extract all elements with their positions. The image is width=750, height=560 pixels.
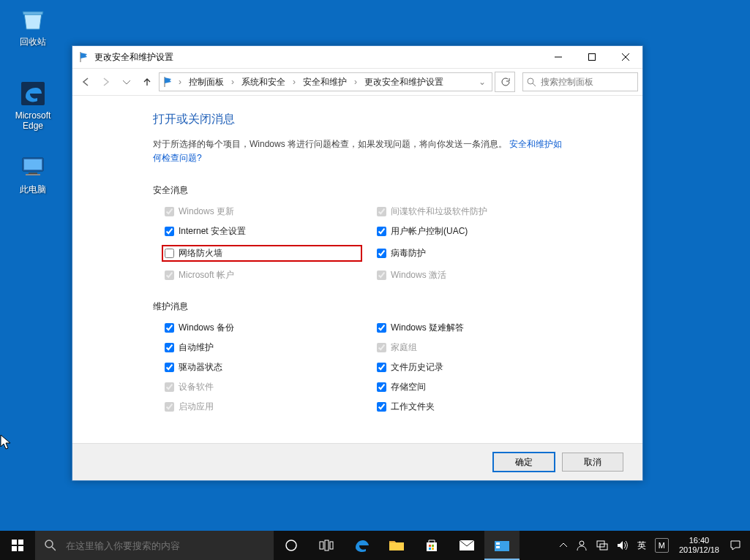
- tray-volume[interactable]: [612, 531, 633, 560]
- this-pc[interactable]: 此电脑: [7, 152, 59, 196]
- titlebar[interactable]: 更改安全和维护设置: [72, 46, 642, 68]
- svg-rect-9: [12, 546, 17, 551]
- taskbar-search-input[interactable]: [64, 540, 265, 552]
- chk-uac[interactable]: 用户帐户控制(UAC): [377, 225, 574, 238]
- chk-internet-security[interactable]: Internet 安全设置: [165, 225, 362, 238]
- forward-button[interactable]: [97, 73, 115, 91]
- chevron-right-icon: ›: [228, 76, 237, 88]
- taskbar-controlpanel[interactable]: [484, 531, 520, 560]
- tray-action-center[interactable]: [725, 531, 746, 560]
- edge-icon: [353, 537, 370, 553]
- taskbar-search[interactable]: [35, 531, 274, 560]
- crumb-1[interactable]: 控制面板: [186, 75, 227, 89]
- chk-device-software: 设备软件: [165, 381, 362, 393]
- svg-rect-17: [432, 545, 434, 547]
- people-icon: [576, 540, 588, 551]
- tray-ime1[interactable]: 英: [633, 531, 650, 560]
- flag-icon: [78, 51, 90, 63]
- tray-network[interactable]: [592, 531, 612, 560]
- maximize-button[interactable]: [575, 46, 609, 68]
- svg-rect-18: [429, 548, 431, 550]
- chevron-down-icon[interactable]: ⌄: [476, 76, 489, 88]
- recent-button[interactable]: [118, 73, 135, 91]
- chk-troubleshoot[interactable]: Windows 疑难解答: [377, 322, 574, 334]
- svg-rect-14: [325, 540, 329, 550]
- taskbar-mail[interactable]: [449, 531, 484, 560]
- taskview-button[interactable]: [309, 531, 344, 560]
- tray-overflow[interactable]: [555, 531, 571, 560]
- folder-icon: [389, 539, 405, 552]
- search-box[interactable]: 搜索控制面板: [522, 72, 638, 91]
- back-button[interactable]: [77, 73, 94, 91]
- crumb-3[interactable]: 安全和维护: [300, 75, 350, 89]
- svg-point-24: [580, 541, 584, 545]
- tray-ime2[interactable]: M: [650, 531, 673, 560]
- tray-clock[interactable]: 16:40 2019/12/18: [673, 536, 725, 555]
- edge-shortcut[interactable]: Microsoft Edge: [7, 79, 59, 131]
- chk-drive-status[interactable]: 驱动器状态: [165, 361, 362, 374]
- cancel-button[interactable]: 取消: [562, 453, 623, 472]
- svg-point-11: [45, 540, 53, 548]
- chevron-right-icon: ›: [290, 76, 299, 88]
- chevron-right-icon: ›: [176, 76, 184, 88]
- up-button[interactable]: [138, 73, 156, 91]
- network-icon: [596, 540, 608, 550]
- svg-rect-13: [320, 542, 323, 549]
- taskbar-explorer[interactable]: [379, 531, 414, 560]
- firewall-highlight: 网络防火墙: [162, 245, 362, 262]
- refresh-button[interactable]: [495, 72, 515, 92]
- svg-rect-10: [18, 546, 23, 551]
- edge-label-1: Microsoft: [7, 110, 59, 121]
- chk-storage[interactable]: 存储空间: [377, 381, 574, 393]
- tray-time: 16:40: [689, 536, 710, 545]
- ok-button[interactable]: 确定: [493, 453, 555, 472]
- page-heading: 打开或关闭消息: [153, 112, 619, 127]
- chk-backup[interactable]: Windows 备份: [165, 322, 362, 334]
- svg-rect-19: [432, 548, 434, 550]
- tray-people[interactable]: [571, 531, 592, 560]
- chk-spyware: 间谍软件和垃圾软件防护: [377, 205, 574, 218]
- close-button[interactable]: [609, 46, 642, 68]
- window-title: 更改安全和维护设置: [94, 51, 173, 64]
- svg-rect-5: [589, 54, 596, 61]
- taskbar-store[interactable]: [414, 531, 449, 560]
- content-area[interactable]: 打开或关闭消息 对于所选择的每个项目，Windows 将进行问题检查，如果发现问…: [72, 96, 642, 443]
- minimize-button[interactable]: [541, 46, 575, 68]
- controlpanel-icon: [494, 539, 510, 552]
- svg-rect-22: [496, 542, 500, 545]
- chevron-right-icon: ›: [351, 76, 360, 88]
- chk-homegroup: 家庭组: [377, 341, 574, 354]
- this-pc-label: 此电脑: [7, 183, 59, 196]
- chk-file-history[interactable]: 文件历史记录: [377, 361, 574, 374]
- search-placeholder: 搜索控制面板: [541, 76, 593, 88]
- svg-rect-23: [496, 546, 500, 548]
- svg-rect-3: [29, 173, 37, 174]
- chk-firewall[interactable]: 网络防火墙: [165, 247, 327, 260]
- svg-rect-16: [429, 545, 431, 547]
- taskview-icon: [319, 540, 334, 551]
- control-panel-window: 更改安全和维护设置 › 控制面板 › 系统和安全 › 安全和维护 › 更改安全和…: [72, 45, 643, 481]
- svg-rect-7: [12, 540, 17, 545]
- chk-auto-maint[interactable]: 自动维护: [165, 341, 362, 354]
- svg-rect-15: [330, 542, 333, 549]
- chk-workfolders[interactable]: 工作文件夹: [377, 401, 574, 413]
- chk-windows-update: Windows 更新: [165, 205, 362, 218]
- store-icon: [424, 538, 439, 553]
- recycle-bin[interactable]: 回收站: [7, 4, 59, 48]
- mail-icon: [459, 540, 475, 551]
- taskbar: 英 M 16:40 2019/12/18: [0, 531, 750, 560]
- cortana-button[interactable]: [274, 531, 309, 560]
- edge-label-2: Edge: [7, 121, 59, 131]
- chk-startup-apps: 启动应用: [165, 401, 362, 413]
- svg-rect-4: [26, 174, 40, 175]
- svg-point-6: [528, 78, 533, 84]
- crumb-4[interactable]: 更改安全和维护设置: [361, 75, 446, 89]
- taskbar-edge[interactable]: [344, 531, 379, 560]
- crumb-2[interactable]: 系统和安全: [239, 75, 288, 89]
- start-button[interactable]: [0, 531, 35, 560]
- recycle-bin-label: 回收站: [7, 36, 59, 48]
- breadcrumb[interactable]: › 控制面板 › 系统和安全 › 安全和维护 › 更改安全和维护设置 ⌄: [159, 72, 492, 91]
- search-icon: [526, 77, 536, 87]
- address-bar: › 控制面板 › 系统和安全 › 安全和维护 › 更改安全和维护设置 ⌄ 搜索控…: [72, 68, 642, 96]
- chk-virus[interactable]: 病毒防护: [377, 245, 574, 262]
